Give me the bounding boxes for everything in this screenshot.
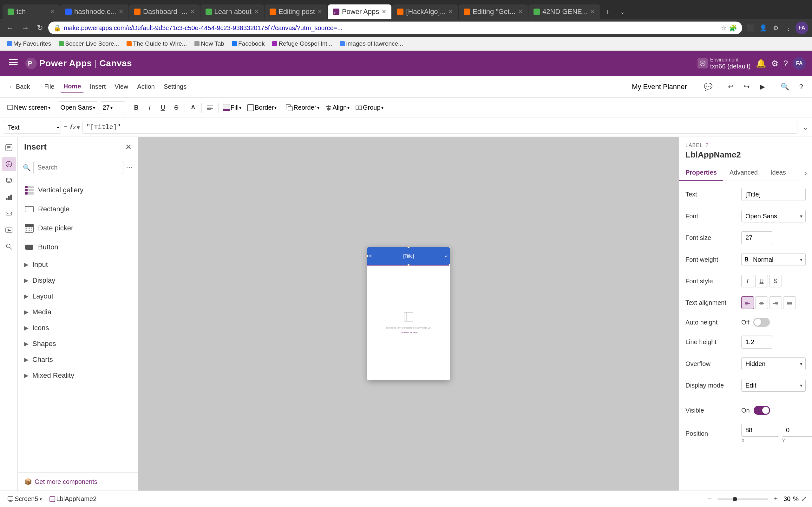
align-justify-button[interactable] — [783, 296, 796, 309]
tab-42nd[interactable]: 42ND GENE... ✕ — [528, 4, 600, 19]
environment-selector[interactable]: Environment txn66 (default) — [698, 57, 751, 70]
help-toolbar-button[interactable]: ? — [796, 81, 807, 93]
insert-panel-close-button[interactable]: ✕ — [125, 143, 132, 152]
extension-icon[interactable]: 🧩 — [729, 24, 737, 32]
tab-more-button[interactable]: ⌄ — [615, 5, 629, 19]
overflow-property-select[interactable]: Hidden — [741, 357, 806, 370]
user-avatar[interactable]: FA — [793, 57, 806, 70]
strikethrough-style-button[interactable]: S — [769, 275, 782, 287]
position-x-input[interactable] — [741, 424, 779, 437]
notifications-button[interactable]: 🔔 — [756, 59, 766, 68]
canvas-check-icon[interactable]: ✓ — [445, 253, 449, 259]
sidebar-icon-variables[interactable] — [2, 207, 16, 221]
bookmark-guide[interactable]: The Guide to Wire... — [123, 39, 190, 49]
tab-close-learn[interactable]: ✕ — [254, 8, 259, 15]
align-center-button[interactable] — [755, 296, 768, 309]
fullscreen-button[interactable]: ⤢ — [801, 495, 807, 503]
visible-toggle[interactable] — [754, 406, 770, 415]
bookmark-new-tab[interactable]: New Tab — [191, 39, 227, 49]
font-property-select[interactable]: Open Sans — [741, 210, 806, 222]
settings-menu-button[interactable]: Settings — [160, 81, 190, 92]
insert-search-input[interactable] — [33, 161, 123, 174]
underline-style-button[interactable]: U — [755, 275, 768, 287]
tab-properties[interactable]: Properties — [679, 165, 723, 181]
insert-item-rectangle[interactable]: Rectangle — [18, 200, 138, 219]
tab-learn[interactable]: Learn about ✕ — [200, 4, 264, 19]
canvas-title-bar[interactable]: ✕ [Title] ✓ — [367, 247, 450, 265]
italic-style-button[interactable]: I — [741, 275, 754, 287]
screen-selector[interactable]: Screen5 ▾ — [5, 494, 44, 504]
search-toolbar-button[interactable]: 🔍 — [777, 81, 793, 93]
underline-button[interactable]: U — [157, 102, 169, 113]
redo-button[interactable]: ↪ — [740, 81, 753, 93]
insert-category-layout[interactable]: ▶ Layout — [18, 288, 138, 304]
tab-hackalgo[interactable]: [HackAlgo]... ✕ — [392, 4, 458, 19]
extensions-btn[interactable]: ⬛ — [745, 22, 756, 34]
reorder-button[interactable]: Reorder ▾ — [284, 103, 321, 112]
settings-header-button[interactable]: ⚙ — [771, 59, 778, 68]
formula-fx-button[interactable]: f x ▾ — [70, 124, 80, 131]
zoom-out-button[interactable]: − — [705, 494, 715, 504]
tab-close-editing-post[interactable]: ✕ — [317, 8, 322, 15]
sidebar-icon-search[interactable] — [2, 239, 16, 253]
sidebar-icon-data[interactable] — [2, 174, 16, 187]
bookmark-icon[interactable]: ☆ — [721, 24, 727, 32]
bookmark-refuge[interactable]: Refuge Gospel Int... — [269, 39, 335, 49]
profile-avatar[interactable]: FA — [796, 21, 808, 34]
help-header-button[interactable]: ? — [783, 59, 788, 68]
address-input[interactable] — [64, 24, 718, 32]
new-screen-button[interactable]: New screen ▾ — [5, 103, 52, 112]
bookmark-images[interactable]: images of lawrence... — [337, 39, 406, 49]
hamburger-menu-button[interactable] — [6, 55, 20, 72]
more-options-btn[interactable]: ⋮ — [783, 22, 794, 34]
group-button[interactable]: Group ▾ — [353, 103, 386, 112]
view-menu-button[interactable]: View — [111, 81, 131, 92]
tab-close-powerapps[interactable]: ✕ — [382, 8, 386, 15]
insert-category-mixed-reality[interactable]: ▶ Mixed Reality — [18, 368, 138, 383]
sidebar-icon-media[interactable] — [2, 223, 16, 237]
tab-editing-post[interactable]: Editing post ✕ — [264, 4, 327, 19]
get-more-components-button[interactable]: 📦 Get more components — [24, 478, 132, 486]
insert-category-icons[interactable]: ▶ Icons — [18, 320, 138, 336]
settings-btn[interactable]: ⚙ — [770, 22, 781, 34]
border-button[interactable]: Border ▾ — [245, 103, 278, 112]
address-bar[interactable]: 🔒 ☆ 🧩 — [48, 21, 742, 34]
tab-powerapps[interactable]: P Power Apps ✕ — [328, 4, 392, 19]
align-left-button[interactable] — [741, 296, 754, 309]
font-size-property-input[interactable] — [741, 231, 773, 244]
sidebar-icon-insert[interactable] — [2, 157, 16, 171]
tab-close-dashboard[interactable]: ✕ — [190, 8, 195, 15]
home-menu-button[interactable]: Home — [60, 81, 84, 93]
insert-category-display[interactable]: ▶ Display — [18, 273, 138, 288]
display-mode-property-select[interactable]: Edit — [741, 379, 806, 392]
insert-search-more-button[interactable]: ⋯ — [126, 164, 133, 172]
canvas-area[interactable]: ✕ [Title] ✓ — [138, 137, 679, 491]
insert-item-button[interactable]: Button — [18, 238, 138, 257]
action-menu-button[interactable]: Action — [134, 81, 158, 92]
run-button[interactable]: ▶ — [756, 81, 769, 93]
sidebar-icon-analytics[interactable] — [2, 190, 16, 204]
strikethrough-button[interactable]: S — [171, 102, 182, 113]
align-right-button[interactable] — [769, 296, 782, 309]
font-weight-property-select[interactable]: Normal — [741, 253, 806, 266]
tab-tch[interactable]: tch ✕ — [3, 4, 60, 19]
alignment-button[interactable] — [204, 102, 216, 113]
auto-height-toggle[interactable] — [753, 318, 770, 327]
line-height-property-input[interactable] — [741, 336, 773, 349]
back-nav-button[interactable]: ← — [4, 22, 16, 34]
tab-hashnode[interactable]: hashnode.c... ✕ — [60, 4, 129, 19]
sidebar-icon-treelist[interactable] — [2, 141, 16, 155]
zoom-in-button[interactable]: + — [771, 494, 781, 504]
insert-category-media[interactable]: ▶ Media — [18, 304, 138, 320]
bookmark-my-favourites[interactable]: My Favourites — [4, 39, 54, 49]
font-family-selector[interactable]: Open Sans ▾ — [58, 101, 98, 114]
tab-close-editing-get[interactable]: ✕ — [518, 8, 523, 15]
element-selector[interactable]: LblAppName2 — [47, 494, 99, 504]
font-size-selector[interactable]: 27 ▾ — [100, 101, 125, 114]
italic-button[interactable]: I — [144, 102, 155, 113]
user-profile-icon[interactable]: 👤 — [757, 22, 769, 34]
tab-close-hackalgo[interactable]: ✕ — [448, 8, 453, 15]
bold-button[interactable]: B — [131, 102, 142, 113]
formula-expand-button[interactable]: ⌄ — [803, 123, 808, 131]
position-y-input[interactable] — [782, 424, 812, 437]
